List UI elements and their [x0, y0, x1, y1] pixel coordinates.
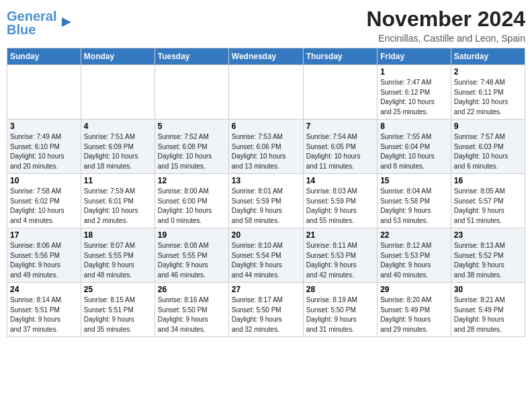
col-header-thursday: Thursday: [303, 48, 377, 65]
calendar-cell: 7Sunrise: 7:54 AMSunset: 6:05 PMDaylight…: [303, 120, 377, 174]
calendar-cell: 23Sunrise: 8:13 AMSunset: 5:52 PMDayligh…: [451, 228, 525, 283]
day-number: 5: [158, 122, 226, 131]
day-info: Sunrise: 8:10 AMSunset: 5:54 PMDaylight:…: [232, 241, 300, 280]
calendar-cell: 15Sunrise: 8:04 AMSunset: 5:58 PMDayligh…: [378, 174, 451, 228]
day-info: Sunrise: 7:58 AMSunset: 6:02 PMDaylight:…: [10, 187, 78, 226]
week-row-2: 3Sunrise: 7:49 AMSunset: 6:10 PMDaylight…: [7, 120, 525, 174]
calendar-cell: 29Sunrise: 8:20 AMSunset: 5:49 PMDayligh…: [378, 283, 451, 337]
day-info: Sunrise: 7:48 AMSunset: 6:11 PMDaylight:…: [454, 78, 522, 117]
week-row-3: 10Sunrise: 7:58 AMSunset: 6:02 PMDayligh…: [7, 174, 525, 228]
logo: General Blue: [7, 9, 74, 36]
day-info: Sunrise: 8:16 AMSunset: 5:50 PMDaylight:…: [158, 295, 226, 334]
day-number: 23: [454, 230, 522, 240]
day-info: Sunrise: 7:55 AMSunset: 6:04 PMDaylight:…: [380, 132, 448, 171]
calendar-cell: 17Sunrise: 8:06 AMSunset: 5:56 PMDayligh…: [7, 228, 81, 283]
location: Encinillas, Castille and Leon, Spain: [366, 33, 525, 44]
day-info: Sunrise: 7:51 AMSunset: 6:09 PMDaylight:…: [84, 132, 152, 171]
calendar-cell: 28Sunrise: 8:19 AMSunset: 5:50 PMDayligh…: [303, 283, 377, 337]
day-info: Sunrise: 7:52 AMSunset: 6:08 PMDaylight:…: [158, 132, 226, 171]
day-info: Sunrise: 8:15 AMSunset: 5:51 PMDaylight:…: [84, 295, 152, 334]
calendar-cell: [81, 65, 154, 120]
day-number: 7: [306, 122, 374, 131]
day-info: Sunrise: 8:11 AMSunset: 5:53 PMDaylight:…: [306, 241, 374, 280]
day-info: Sunrise: 8:00 AMSunset: 6:00 PMDaylight:…: [158, 187, 226, 226]
day-number: 18: [84, 230, 152, 240]
day-number: 12: [158, 176, 226, 185]
title-block: November 2024 Encinillas, Castille and L…: [366, 7, 525, 44]
calendar-cell: 2Sunrise: 7:48 AMSunset: 6:11 PMDaylight…: [451, 65, 525, 120]
calendar-cell: 16Sunrise: 8:05 AMSunset: 5:57 PMDayligh…: [451, 174, 525, 228]
calendar-cell: [154, 65, 228, 120]
calendar-cell: 25Sunrise: 8:15 AMSunset: 5:51 PMDayligh…: [81, 283, 154, 337]
logo-icon: [59, 15, 74, 30]
day-number: 11: [84, 176, 152, 185]
day-number: 19: [158, 230, 226, 240]
day-number: 6: [232, 122, 300, 131]
svg-marker-0: [62, 17, 71, 27]
logo-text: General Blue: [7, 9, 56, 36]
calendar-cell: 20Sunrise: 8:10 AMSunset: 5:54 PMDayligh…: [228, 228, 303, 283]
day-info: Sunrise: 8:08 AMSunset: 5:55 PMDaylight:…: [158, 241, 226, 280]
day-number: 20: [232, 230, 300, 240]
col-header-saturday: Saturday: [451, 48, 525, 65]
calendar-cell: 1Sunrise: 7:47 AMSunset: 6:12 PMDaylight…: [378, 65, 451, 120]
col-header-wednesday: Wednesday: [228, 48, 303, 65]
calendar-cell: 3Sunrise: 7:49 AMSunset: 6:10 PMDaylight…: [7, 120, 81, 174]
calendar-cell: 9Sunrise: 7:57 AMSunset: 6:03 PMDaylight…: [451, 120, 525, 174]
calendar-cell: [7, 65, 81, 120]
day-info: Sunrise: 8:17 AMSunset: 5:50 PMDaylight:…: [232, 295, 300, 334]
day-info: Sunrise: 8:21 AMSunset: 5:49 PMDaylight:…: [454, 295, 522, 334]
day-info: Sunrise: 8:19 AMSunset: 5:50 PMDaylight:…: [306, 295, 374, 334]
calendar-cell: 5Sunrise: 7:52 AMSunset: 6:08 PMDaylight…: [154, 120, 228, 174]
calendar-cell: [228, 65, 303, 120]
day-info: Sunrise: 7:49 AMSunset: 6:10 PMDaylight:…: [10, 132, 78, 171]
calendar-cell: 14Sunrise: 8:03 AMSunset: 5:59 PMDayligh…: [303, 174, 377, 228]
day-info: Sunrise: 7:57 AMSunset: 6:03 PMDaylight:…: [454, 132, 522, 171]
day-info: Sunrise: 7:54 AMSunset: 6:05 PMDaylight:…: [306, 132, 374, 171]
day-number: 1: [380, 67, 448, 77]
calendar-cell: [303, 65, 377, 120]
week-row-1: 1Sunrise: 7:47 AMSunset: 6:12 PMDaylight…: [7, 65, 525, 120]
calendar-cell: 18Sunrise: 8:07 AMSunset: 5:55 PMDayligh…: [81, 228, 154, 283]
day-info: Sunrise: 8:12 AMSunset: 5:53 PMDaylight:…: [380, 241, 448, 280]
calendar-cell: 24Sunrise: 8:14 AMSunset: 5:51 PMDayligh…: [7, 283, 81, 337]
day-number: 28: [306, 285, 374, 294]
logo-general: General: [7, 9, 56, 24]
day-number: 3: [10, 122, 78, 131]
day-info: Sunrise: 7:47 AMSunset: 6:12 PMDaylight:…: [380, 78, 448, 117]
day-number: 16: [454, 176, 522, 185]
day-number: 9: [454, 122, 522, 131]
calendar-cell: 12Sunrise: 8:00 AMSunset: 6:00 PMDayligh…: [154, 174, 228, 228]
calendar-cell: 8Sunrise: 7:55 AMSunset: 6:04 PMDaylight…: [378, 120, 451, 174]
month-title: November 2024: [366, 7, 525, 32]
calendar-cell: 30Sunrise: 8:21 AMSunset: 5:49 PMDayligh…: [451, 283, 525, 337]
day-number: 24: [10, 285, 78, 294]
col-header-monday: Monday: [81, 48, 154, 65]
day-number: 2: [454, 67, 522, 77]
day-number: 14: [306, 176, 374, 185]
day-number: 10: [10, 176, 78, 185]
day-number: 8: [380, 122, 448, 131]
calendar-cell: 10Sunrise: 7:58 AMSunset: 6:02 PMDayligh…: [7, 174, 81, 228]
calendar-cell: 6Sunrise: 7:53 AMSunset: 6:06 PMDaylight…: [228, 120, 303, 174]
header-row: SundayMondayTuesdayWednesdayThursdayFrid…: [7, 48, 525, 65]
day-number: 25: [84, 285, 152, 294]
day-info: Sunrise: 8:05 AMSunset: 5:57 PMDaylight:…: [454, 187, 522, 226]
day-number: 30: [454, 285, 522, 294]
week-row-5: 24Sunrise: 8:14 AMSunset: 5:51 PMDayligh…: [7, 283, 525, 337]
calendar-cell: 27Sunrise: 8:17 AMSunset: 5:50 PMDayligh…: [228, 283, 303, 337]
day-number: 29: [380, 285, 448, 294]
col-header-tuesday: Tuesday: [154, 48, 228, 65]
day-number: 15: [380, 176, 448, 185]
day-info: Sunrise: 8:14 AMSunset: 5:51 PMDaylight:…: [10, 295, 78, 334]
day-info: Sunrise: 8:06 AMSunset: 5:56 PMDaylight:…: [10, 241, 78, 280]
col-header-friday: Friday: [378, 48, 451, 65]
day-info: Sunrise: 7:53 AMSunset: 6:06 PMDaylight:…: [232, 132, 300, 171]
calendar-cell: 19Sunrise: 8:08 AMSunset: 5:55 PMDayligh…: [154, 228, 228, 283]
week-row-4: 17Sunrise: 8:06 AMSunset: 5:56 PMDayligh…: [7, 228, 525, 283]
day-info: Sunrise: 8:13 AMSunset: 5:52 PMDaylight:…: [454, 241, 522, 280]
day-number: 22: [380, 230, 448, 240]
day-number: 4: [84, 122, 152, 131]
logo-blue: Blue: [7, 22, 36, 37]
col-header-sunday: Sunday: [7, 48, 81, 65]
